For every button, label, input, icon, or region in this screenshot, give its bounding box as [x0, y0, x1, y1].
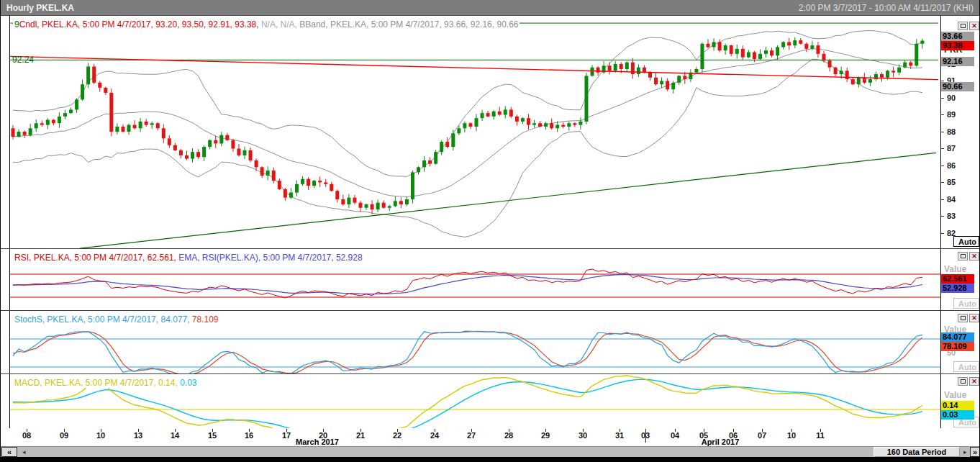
legend-na: N/A, N/A,: [261, 19, 299, 30]
close-icon: ✕: [971, 23, 977, 30]
stoch-value-badge: 84.077: [941, 332, 974, 342]
date-range-label: 2:00 PM 3/7/2017 - 10:00 AM 4/11/2017 (K…: [799, 0, 974, 16]
date-label: 16: [245, 431, 253, 440]
date-label: 13: [134, 431, 142, 440]
rsi-panel: RSI, PKEL.KA, 5:00 PM 4/7/2017, 62.561, …: [1, 249, 979, 310]
auto-scale-button-price[interactable]: Auto: [953, 236, 979, 247]
macd-value-badge: 0.14: [941, 401, 974, 410]
date-label: 24: [430, 431, 439, 440]
price-axis[interactable]: ✕ PKR Auto 93929190898887868584838293.66…: [940, 16, 980, 248]
stochastic-axis[interactable]: ✕ Value 50 Auto 84.07778.109: [940, 311, 980, 373]
minimize-button[interactable]: [958, 377, 968, 386]
price-axis-tick: [941, 166, 944, 166]
date-label: 27: [467, 431, 476, 440]
macd-axis[interactable]: ✕ Value Auto 0.140.03: [940, 374, 980, 428]
date-label: 09: [60, 431, 68, 440]
window-title: Hourly PKEL.KA: [6, 0, 74, 16]
date-label: 30: [579, 431, 587, 440]
chart-window: Hourly PKEL.KA 2:00 PM 3/7/2017 - 10:00 …: [0, 0, 980, 462]
auto-scale-button-rsi[interactable]: Auto: [953, 298, 979, 309]
price-axis-tick-label: 85: [947, 178, 956, 186]
close-button[interactable]: ✕: [969, 377, 979, 386]
date-label: 28: [504, 431, 513, 440]
date-label: 11: [816, 431, 825, 440]
macd-axis-title: Value: [944, 390, 966, 400]
auto-scale-button-stoch[interactable]: Auto: [953, 361, 979, 372]
stochastic-legend: StochS, PKEL.KA, 5:00 PM 4/7/2017, 84.07…: [13, 314, 220, 325]
macd-chart-area[interactable]: MACD, PKEL.KA, 5:00 PM 4/7/2017, 0.14, 0…: [10, 374, 940, 428]
price-axis-tick: [941, 148, 944, 149]
rsi-legend: RSI, PKEL.KA, 5:00 PM 4/7/2017, 62.561, …: [13, 253, 364, 263]
date-label: 14: [171, 431, 179, 440]
minimize-icon: [961, 379, 966, 384]
price-axis-tick: [941, 182, 944, 183]
price-axis-tick: [941, 233, 944, 234]
price-value-badge: 93.66: [941, 32, 974, 41]
price-axis-tick: [941, 114, 944, 115]
legend-macd-signal: 0.03: [180, 378, 196, 388]
macd-legend: MACD, PKEL.KA, 5:00 PM 4/7/2017, 0.14, 0…: [13, 378, 198, 388]
price-axis-tick-label: 89: [947, 110, 956, 119]
close-button[interactable]: ✕: [969, 252, 979, 261]
price-value-badge: 90.66: [941, 82, 974, 91]
close-button[interactable]: ✕: [969, 22, 979, 30]
rsi-value-badge: 62.561: [941, 274, 974, 284]
date-label: 22: [393, 431, 401, 440]
price-legend: 9Cndl, PKEL.KA, 5:00 PM 4/7/2017, 93.20,…: [13, 19, 520, 30]
rsi-value-badge: 52.928: [941, 284, 974, 293]
window-bottom-border: [1, 457, 979, 462]
date-label: 15: [208, 431, 217, 440]
date-label: 29: [541, 431, 550, 440]
legend-stoch-k: StochS, PKEL.KA, 5:00 PM 4/7/2017, 84.07…: [14, 314, 192, 325]
resistance-line-label: 92.24: [12, 55, 34, 65]
price-axis-tick-label: 87: [947, 144, 956, 153]
price-axis-tick: [941, 216, 944, 217]
close-button[interactable]: ✕: [969, 314, 979, 322]
date-label: 21: [356, 431, 365, 440]
data-period-button[interactable]: 160 Data Period: [874, 447, 960, 457]
price-axis-tick: [941, 132, 944, 132]
scroll-fast-left-button[interactable]: «: [1, 447, 17, 457]
close-icon: ✕: [971, 379, 977, 385]
stochastic-chart-area[interactable]: StochS, PKEL.KA, 5:00 PM 4/7/2017, 84.07…: [10, 311, 940, 373]
month-label: March 2017: [296, 438, 339, 446]
minimize-icon: [961, 254, 966, 258]
time-axis: 0809101314151617202122242728293031030405…: [1, 428, 979, 446]
month-label: April 2017: [702, 438, 740, 446]
close-icon: ✕: [971, 253, 977, 260]
scroll-left-icon[interactable]: ◂: [22, 448, 26, 456]
rsi-axis[interactable]: ✕ Value Auto 62.56152.928: [940, 249, 980, 310]
price-value-badge: 93.38: [941, 41, 974, 50]
legend-macd: MACD, PKEL.KA, 5:00 PM 4/7/2017, 0.14,: [14, 378, 180, 388]
minimize-button[interactable]: [958, 22, 968, 30]
rsi-axis-title: Value: [944, 264, 966, 274]
price-axis-tick-label: 84: [947, 195, 956, 204]
stoch-value-badge: 78.109: [941, 342, 974, 351]
price-chart-area[interactable]: 9Cndl, PKEL.KA, 5:00 PM 4/7/2017, 93.20,…: [10, 16, 940, 248]
date-label: 07: [758, 431, 766, 440]
macd-value-badge: 0.03: [941, 410, 974, 420]
date-label: 10: [96, 431, 105, 440]
rsi-chart-area[interactable]: RSI, PKEL.KA, 5:00 PM 4/7/2017, 62.561, …: [10, 249, 940, 310]
legend-bband: BBand, PKEL.KA, 5:00 PM 4/7/2017, 93.66,…: [299, 19, 518, 30]
date-label: 10: [787, 431, 796, 440]
price-axis-tick-label: 88: [947, 127, 956, 136]
scroll-fast-right-button[interactable]: »: [970, 447, 980, 457]
date-label: 08: [22, 431, 31, 440]
legend-candle-count: 9: [14, 19, 19, 30]
legend-stoch-d: 78.109: [192, 314, 219, 325]
time-scrollbar[interactable]: « ◂ 160 Data Period ▸ »: [1, 446, 979, 457]
minimize-button[interactable]: [958, 252, 968, 261]
date-label: 31: [615, 431, 624, 440]
price-chart-canvas[interactable]: [10, 16, 940, 248]
price-panel: 9Cndl, PKEL.KA, 5:00 PM 4/7/2017, 93.20,…: [1, 16, 979, 248]
price-axis-tick-label: 86: [947, 161, 956, 170]
minimize-button[interactable]: [958, 314, 968, 322]
price-axis-tick: [941, 98, 944, 99]
scroll-right-icon[interactable]: ▸: [963, 448, 967, 456]
minimize-icon: [961, 316, 966, 320]
minimize-icon: [961, 24, 966, 28]
price-axis-tick-label: 83: [947, 212, 956, 220]
price-axis-tick-label: 90: [947, 94, 956, 102]
macd-panel: MACD, PKEL.KA, 5:00 PM 4/7/2017, 0.14, 0…: [1, 374, 979, 428]
